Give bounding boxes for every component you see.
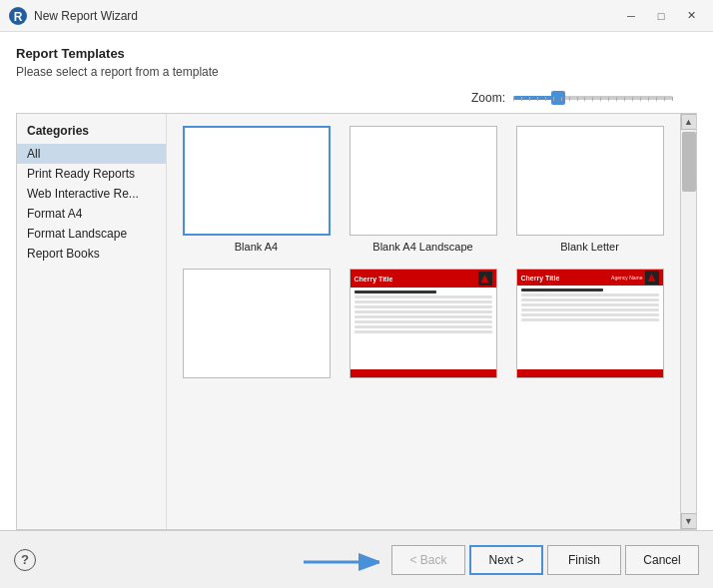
close-button[interactable]: ✕	[677, 5, 705, 27]
template-thumb-blank-4	[183, 269, 331, 378]
zoom-slider[interactable]	[513, 91, 673, 105]
templates-grid: Blank A4 Blank A4 Landscape Blank Letter	[167, 114, 680, 529]
svg-text:R: R	[14, 10, 23, 24]
cancel-button[interactable]: Cancel	[625, 545, 699, 575]
templates-area: Blank A4 Blank A4 Landscape Blank Letter	[167, 114, 680, 529]
title-bar: R New Report Wizard ─ □ ✕	[0, 0, 713, 32]
finish-button[interactable]: Finish	[547, 545, 621, 575]
body-panel: Categories All Print Ready Reports Web I…	[16, 113, 697, 530]
scroll-track	[681, 130, 697, 513]
scroll-thumb[interactable]	[682, 132, 696, 192]
bottom-bar: ? < Back Next > Finish Cancel	[0, 530, 713, 588]
template-cherry-landscape[interactable]: Cherry Title Agency Name	[512, 269, 667, 383]
main-content: Report Templates Please select a report …	[0, 32, 713, 530]
window-title: New Report Wizard	[34, 9, 617, 23]
minimize-button[interactable]: ─	[617, 5, 645, 27]
template-blank-a4-landscape[interactable]: Blank A4 Landscape	[346, 126, 500, 253]
category-all[interactable]: All	[17, 144, 166, 164]
next-arrow	[300, 546, 379, 574]
template-label-blank-a4: Blank A4	[235, 241, 278, 253]
template-thumb-cherry-portrait: Cherry Title	[350, 269, 497, 378]
page-title: Report Templates	[16, 46, 697, 61]
categories-header: Categories	[17, 120, 166, 144]
template-label-blank-a4-landscape: Blank A4 Landscape	[372, 241, 472, 253]
template-blank-letter[interactable]: Blank Letter	[512, 126, 667, 253]
back-button[interactable]: < Back	[391, 545, 465, 575]
template-cherry-portrait[interactable]: Cherry Title	[346, 269, 500, 383]
maximize-button[interactable]: □	[647, 5, 675, 27]
template-blank-4[interactable]	[179, 269, 334, 383]
app-icon: R	[8, 6, 28, 26]
next-button[interactable]: Next >	[469, 545, 543, 575]
category-report-books[interactable]: Report Books	[17, 244, 166, 264]
template-label-blank-letter: Blank Letter	[560, 241, 619, 253]
template-thumb-blank-a4	[183, 126, 331, 236]
window-controls: ─ □ ✕	[617, 5, 705, 27]
category-web-interactive[interactable]: Web Interactive Re...	[17, 184, 166, 204]
category-format-a4[interactable]: Format A4	[17, 204, 166, 224]
category-print-ready[interactable]: Print Ready Reports	[17, 164, 166, 184]
template-thumb-cherry-landscape: Cherry Title Agency Name	[516, 269, 664, 378]
page-subtitle: Please select a report from a template	[16, 65, 697, 79]
vertical-scrollbar[interactable]: ▲ ▼	[680, 114, 696, 529]
zoom-bar: Zoom:	[16, 91, 697, 105]
template-thumb-blank-a4-landscape	[350, 126, 497, 236]
zoom-label: Zoom:	[471, 91, 505, 105]
categories-panel: Categories All Print Ready Reports Web I…	[17, 114, 167, 529]
category-format-landscape[interactable]: Format Landscape	[17, 224, 166, 244]
scroll-up-button[interactable]: ▲	[681, 114, 697, 130]
template-thumb-blank-letter	[516, 126, 664, 236]
template-blank-a4[interactable]: Blank A4	[179, 126, 334, 253]
scroll-down-button[interactable]: ▼	[681, 513, 697, 529]
help-button[interactable]: ?	[14, 549, 36, 571]
